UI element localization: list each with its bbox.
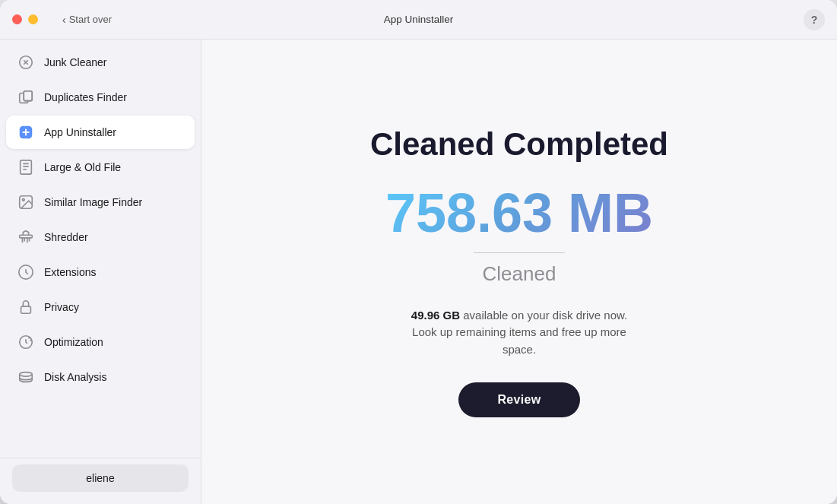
user-button[interactable]: eliene: [12, 464, 189, 492]
sidebar-label-optimization: Optimization: [44, 336, 103, 348]
svg-point-7: [22, 198, 24, 201]
traffic-lights: [12, 14, 38, 24]
sidebar-item-app-uninstaller[interactable]: App Uninstaller: [6, 116, 195, 149]
sidebar-label-junk-cleaner: Junk Cleaner: [44, 56, 107, 68]
sidebar-label-extensions: Extensions: [44, 266, 96, 278]
privacy-icon: [17, 298, 35, 316]
sidebar-item-privacy[interactable]: Privacy: [6, 290, 195, 324]
size-display: 758.63 MB: [385, 185, 653, 240]
content-area: Cleaned Completed 758.63 MB Cleaned 49.9…: [201, 40, 837, 504]
sidebar-item-similar-image-finder[interactable]: Similar Image Finder: [6, 185, 195, 219]
optimization-icon: [17, 333, 35, 351]
disk-size-bold: 49.96 GB: [411, 309, 460, 322]
sidebar-item-junk-cleaner[interactable]: Junk Cleaner: [6, 46, 195, 79]
large-file-icon: [17, 158, 35, 176]
sidebar-label-app-uninstaller: App Uninstaller: [44, 126, 116, 138]
start-over-button[interactable]: ‹ Start over: [56, 11, 118, 29]
main-area: Junk Cleaner Duplicates Finder: [0, 40, 837, 504]
junk-icon: [17, 53, 35, 71]
close-button[interactable]: [12, 14, 22, 24]
svg-rect-2: [24, 91, 32, 101]
image-icon: [17, 193, 35, 211]
disk-info: 49.96 GB available on your disk drive no…: [398, 307, 641, 359]
chevron-left-icon: ‹: [62, 14, 66, 26]
disk-icon: [17, 368, 35, 386]
sidebar-label-privacy: Privacy: [44, 301, 79, 313]
review-button[interactable]: Review: [458, 382, 581, 417]
duplicates-icon: [17, 88, 35, 106]
help-button[interactable]: ?: [804, 9, 825, 30]
minimize-button[interactable]: [28, 14, 38, 24]
sidebar-label-duplicates: Duplicates Finder: [44, 91, 127, 103]
sidebar-item-disk-analysis[interactable]: Disk Analysis: [6, 360, 195, 394]
shredder-icon: [17, 228, 35, 246]
sidebar-label-large-old-file: Large & Old File: [44, 161, 121, 173]
sidebar-item-optimization[interactable]: Optimization: [6, 325, 195, 359]
sidebar-item-extensions[interactable]: Extensions: [6, 255, 195, 289]
help-label: ?: [811, 14, 818, 26]
sidebar-label-shredder: Shredder: [44, 231, 88, 243]
completed-title: Cleaned Completed: [370, 126, 668, 163]
title-bar: ‹ Start over App Uninstaller ?: [0, 0, 837, 40]
sidebar: Junk Cleaner Duplicates Finder: [0, 40, 201, 504]
sidebar-item-duplicates-finder[interactable]: Duplicates Finder: [6, 81, 195, 114]
divider: [474, 252, 565, 253]
svg-rect-8: [20, 235, 33, 238]
app-uninstaller-icon: [17, 123, 35, 141]
sidebar-label-similar-image: Similar Image Finder: [44, 196, 142, 208]
sidebar-footer: eliene: [0, 458, 201, 498]
app-window: ‹ Start over App Uninstaller ? Junk: [0, 0, 837, 504]
start-over-label: Start over: [69, 14, 112, 25]
page-title: App Uninstaller: [384, 14, 454, 25]
sidebar-item-large-old-file[interactable]: Large & Old File: [6, 151, 195, 184]
cleaned-label: Cleaned: [483, 262, 556, 286]
sidebar-items: Junk Cleaner Duplicates Finder: [0, 46, 201, 458]
svg-rect-5: [21, 160, 32, 174]
extensions-icon: [17, 263, 35, 281]
sidebar-item-shredder[interactable]: Shredder: [6, 220, 195, 254]
svg-point-11: [20, 372, 33, 377]
sidebar-label-disk-analysis: Disk Analysis: [44, 371, 106, 383]
svg-rect-9: [21, 306, 31, 313]
